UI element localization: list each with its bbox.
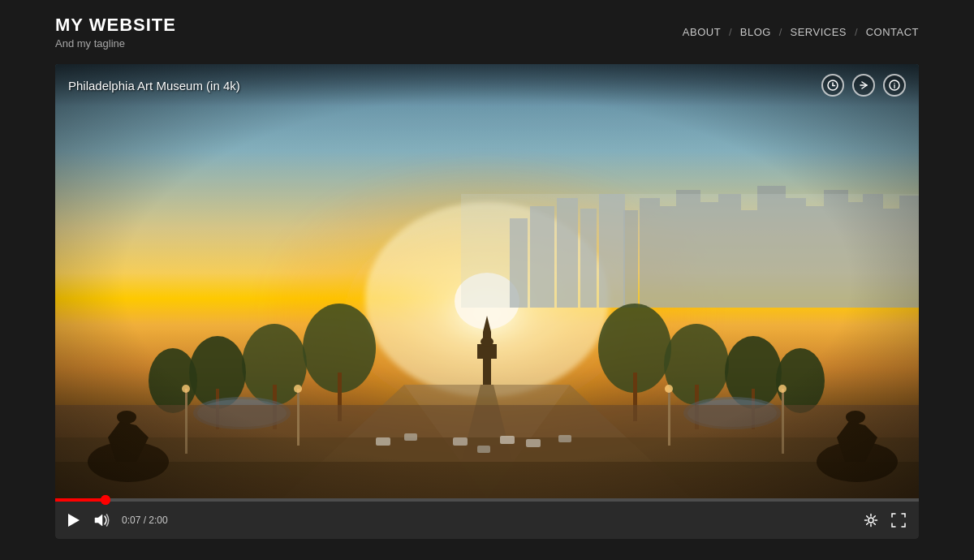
svg-marker-85: [95, 515, 102, 526]
svg-point-86: [868, 518, 873, 523]
video-progress-bar[interactable]: [55, 498, 919, 502]
video-time: 0:07 / 2:00: [122, 515, 168, 526]
video-progress-fill: [55, 498, 106, 502]
main-nav: ABOUT / BLOG / SERVICES / CONTACT: [683, 26, 919, 38]
svg-rect-78: [55, 64, 919, 498]
play-icon: [68, 514, 80, 527]
video-icon-group: i: [821, 74, 906, 97]
nav-item-contact[interactable]: CONTACT: [866, 26, 919, 38]
svg-text:i: i: [894, 82, 896, 90]
settings-icon: [864, 513, 878, 528]
video-overlay-top: Philadelphia Art Museum (in 4k): [55, 64, 919, 106]
video-frame[interactable]: Philadelphia Art Museum (in 4k): [55, 64, 919, 498]
video-title: Philadelphia Art Museum (in 4k): [68, 79, 240, 93]
nav-separator-2: /: [779, 26, 782, 38]
volume-button[interactable]: [91, 510, 114, 530]
nav-item-services[interactable]: SERVICES: [790, 26, 847, 38]
site-branding: MY WEBSITE And my tagline: [55, 15, 176, 50]
fullscreen-button[interactable]: [888, 510, 909, 531]
video-controls: 0:07 / 2:00: [55, 502, 919, 539]
video-player: Philadelphia Art Museum (in 4k): [55, 64, 919, 539]
site-tagline: And my tagline: [55, 37, 176, 50]
video-scene: [55, 64, 919, 498]
info-button[interactable]: i: [883, 74, 906, 97]
watch-later-button[interactable]: [821, 74, 844, 97]
volume-icon: [94, 514, 110, 527]
share-button[interactable]: [852, 74, 875, 97]
site-title: MY WEBSITE: [55, 15, 176, 36]
progress-thumb: [101, 495, 110, 505]
play-button[interactable]: [65, 510, 83, 530]
nav-item-about[interactable]: ABOUT: [683, 26, 721, 38]
nav-item-blog[interactable]: BLOG: [740, 26, 771, 38]
settings-button[interactable]: [860, 510, 881, 531]
nav-separator-1: /: [729, 26, 732, 38]
controls-right: [860, 510, 909, 531]
nav-separator-3: /: [855, 26, 858, 38]
site-header: MY WEBSITE And my tagline ABOUT / BLOG /…: [0, 0, 974, 64]
fullscreen-icon: [891, 513, 906, 528]
